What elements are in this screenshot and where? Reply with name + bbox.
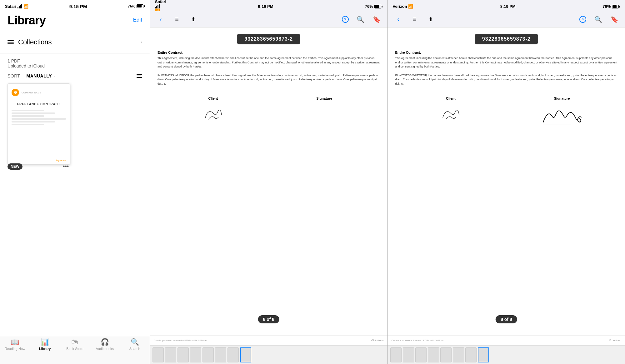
pdf-footer-3: Create your own automated PDFs with JotF… [388,335,625,345]
thumb-2[interactable] [165,347,176,362]
collections-icon [8,40,14,44]
battery-icon [137,4,145,8]
battery-icon-3 [612,5,620,8]
share-button-2[interactable]: ⬆ [189,16,198,23]
client-sig-image-2 [199,105,227,124]
wifi-icon: 📶 [23,4,28,9]
thumb3-1[interactable] [390,347,402,362]
status-time: 9:15 PM [69,4,87,9]
sort-row: SORT MANUALLY ⌄ [0,71,150,81]
reading-now-label: Reading Now [5,347,25,351]
section-title-2: Entire Contract. [158,51,183,54]
divider-2 [0,53,150,53]
list-button-2[interactable]: ≡ [172,16,181,23]
para1-3: This Agreement, including the documents … [395,56,618,69]
page-indicator-3: 8 of 8 [496,315,517,323]
annotate-button-2[interactable]: ✎ [342,16,349,23]
list-view-button[interactable] [137,74,142,78]
annotate-button-3[interactable]: ✎ [579,16,586,23]
collections-row[interactable]: Collections › [0,35,150,49]
edit-button[interactable]: Edit [133,14,142,23]
book-item[interactable]: ⚙ COMPANY NAME FREELANCE CONTRACT ✎ jotf… [8,83,70,165]
para2-3: IN WITNESS WHEREOF, the parties hereunto… [395,73,618,86]
signature-label-2: Signature [316,97,332,100]
carrier-3: Verizon [393,4,407,9]
thumb3-5[interactable] [440,347,452,362]
doc-id-3: 93228365659873-2 [475,34,538,44]
signature-section-3: Client Signature [395,97,618,130]
thumb3-3[interactable] [415,347,427,362]
thumb3-2[interactable] [403,347,414,362]
pdf-sync: Uploaded to iCloud [8,63,142,68]
thumb-8-active[interactable] [240,347,251,362]
status-right: 76% [128,4,145,8]
thumb-3[interactable] [178,347,189,362]
thumb3-6[interactable] [453,347,464,362]
sig-blank-line-2 [310,124,338,124]
carrier-2: Safari [155,0,166,4]
thumb3-8-active[interactable] [478,347,489,362]
battery-pct-2: 76% [365,4,373,9]
audiobooks-label: Audiobooks [96,347,114,351]
battery-icon-2 [374,5,382,8]
sort-chevron-icon: ⌄ [53,74,56,78]
sig-image-3 [540,105,584,130]
signal-icon [18,4,22,8]
share-button-3[interactable]: ⬆ [427,16,435,23]
library-icon: 📊 [41,339,49,346]
pdf-nav-bar-2: ‹ ≡ ⬆ ✎ 🔍 🔖 [150,11,388,27]
pdf-content-2: 93228365659873-2 Entire Contract. This A… [150,27,388,335]
thumb-6[interactable] [215,347,226,362]
back-button-3[interactable]: ‹ [394,16,403,23]
pdf-footer-2: Create your own automated PDFs with JotF… [150,335,388,345]
collections-label: Collections [18,38,52,46]
reading-now-icon: 📖 [11,339,19,346]
tab-book-store[interactable]: 🛍 Book Store [60,339,90,351]
sort-dropdown[interactable]: SORT MANUALLY ⌄ [8,73,56,78]
pdf-info: 1 PDF Uploaded to iCloud [0,57,150,71]
pdf-nav-bar-3: ‹ ≡ ⬆ ✎ 🔍 🔖 [388,11,625,27]
para1-2: This Agreement, including the documents … [158,56,380,69]
search-button-3[interactable]: 🔍 [594,16,602,23]
jotform-brand-3: 🏷 JotForm [609,339,621,342]
jotform-watermark: ✎ jotform [56,159,66,162]
signature-label-3: Signature [554,97,570,100]
tab-audiobooks[interactable]: 🎧 Audiobooks [90,339,120,351]
client-label-3: Client [446,97,456,100]
sig-line-2 [199,124,227,124]
thumb3-7[interactable] [465,347,477,362]
list-button-3[interactable]: ≡ [410,16,419,23]
library-title: Library [8,14,46,27]
company-logo: ⚙ [12,89,19,96]
client-label-2: Client [208,97,218,100]
client-sig-col-2: Client [163,97,263,124]
para2-2: IN WITNESS WHEREOF, the parties hereunto… [158,73,380,86]
thumb-1[interactable] [152,347,164,362]
thumb-4[interactable] [190,347,201,362]
back-button-2[interactable]: ‹ [156,16,165,23]
nav-left-3: ‹ ≡ ⬆ [394,16,435,23]
thumb-5[interactable] [202,347,214,362]
footer-text-3: Create your own automated PDFs with JotF… [392,339,444,342]
divider-1 [0,31,150,31]
bookmark-button-3[interactable]: 🔖 [610,16,619,23]
thumbnail-strip-2 [150,345,388,364]
nav-right-2: ✎ 🔍 🔖 [342,16,381,23]
signal-icon-2 [155,4,166,8]
tab-library[interactable]: 📊 Library [30,339,60,351]
more-options-button[interactable]: ••• [63,163,69,170]
audiobooks-icon: 🎧 [101,339,109,346]
thumb3-4[interactable] [428,347,439,362]
search-button-2[interactable]: 🔍 [356,16,365,23]
thumb-7[interactable] [228,347,239,362]
pdf-panel-2: Safari 📶 9:16 PM 76% ‹ ≡ ⬆ ✎ 🔍 [150,0,388,364]
status-right-3: 76% [602,4,620,9]
sort-value: MANUALLY [27,73,52,78]
tab-search[interactable]: 🔍 Search [120,339,150,351]
library-header: Library Edit [0,11,150,27]
status-left: Safari 📶 [5,4,28,9]
signature-col-2: Signature [274,97,374,124]
tab-reading-now[interactable]: 📖 Reading Now [0,339,30,351]
bookmark-button-2[interactable]: 🔖 [372,16,381,23]
books-grid: ⚙ COMPANY NAME FREELANCE CONTRACT ✎ jotf… [0,81,150,364]
